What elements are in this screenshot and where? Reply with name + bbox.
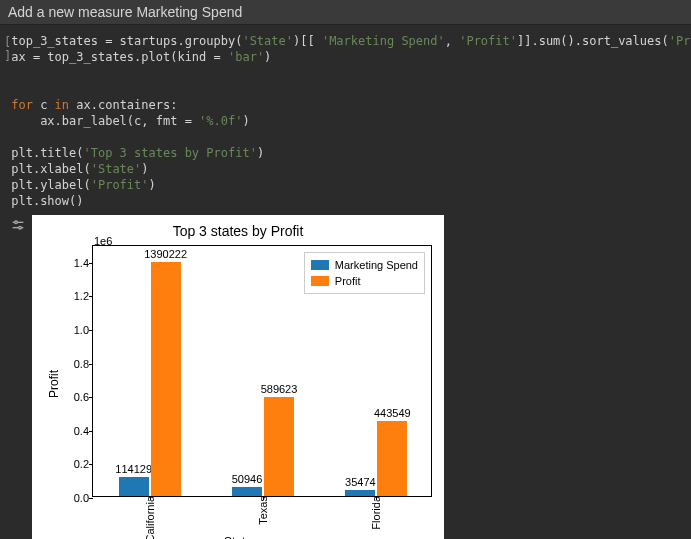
code-text: top_3_states = startups.groupby( (11, 34, 242, 48)
bar-profit (151, 262, 181, 496)
code-cell[interactable]: [ ] top_3_states = startups.groupby('Sta… (0, 25, 691, 211)
bar-value-label: 35474 (345, 476, 376, 488)
cell-prompt: [ ] (4, 33, 11, 209)
code-text: ax.containers: (69, 98, 177, 112)
plot-area: Marketing Spend Profit 0.00.20.40.60.81.… (92, 245, 432, 497)
code-text: , (445, 34, 459, 48)
bar-marketing-spend (119, 477, 149, 496)
bar-value-label: 589623 (261, 383, 298, 395)
code-string: 'Profit' (91, 178, 149, 192)
code-keyword: for (11, 98, 33, 112)
x-tick-label: Florida (370, 496, 382, 536)
y-tick: 0.8 (61, 358, 89, 370)
code-string: 'State' (242, 34, 293, 48)
header-title: Add a new measure Marketing Spend (0, 0, 691, 25)
code-text: ) (264, 50, 271, 64)
x-tick-label: California (144, 496, 156, 539)
code-text: plt.xlabel( (11, 162, 90, 176)
bar-value-label: 114129 (115, 463, 152, 475)
y-tick: 0.4 (61, 425, 89, 437)
bar-value-label: 443549 (374, 407, 411, 419)
bar-value-label: 1390222 (144, 248, 187, 260)
y-axis-label: Profit (47, 370, 61, 398)
legend-item: Marketing Spend (311, 257, 418, 273)
code-string: 'Top 3 states by Profit' (83, 146, 256, 160)
legend-item: Profit (311, 273, 418, 289)
legend-label: Profit (335, 273, 361, 289)
y-tick: 0.2 (61, 458, 89, 470)
bar-profit (264, 397, 294, 496)
legend-swatch-orange (311, 276, 329, 286)
code-string: 'State' (91, 162, 142, 176)
bar-value-label: 50946 (232, 473, 263, 485)
code-text: plt.title( (11, 146, 83, 160)
chart-legend: Marketing Spend Profit (304, 252, 425, 294)
settings-icon[interactable] (10, 217, 26, 233)
code-text: )[[ (293, 34, 322, 48)
bar-marketing-spend (232, 487, 262, 496)
code-text: ) (257, 146, 264, 160)
y-tick: 0.0 (61, 492, 89, 504)
y-tick: 1.4 (61, 257, 89, 269)
code-string: 'Marketing Spend' (322, 34, 445, 48)
chart-output: Top 3 states by Profit 1e6 Profit State … (32, 215, 444, 539)
y-tick: 1.0 (61, 324, 89, 336)
code-text: ) (149, 178, 156, 192)
code-editor[interactable]: top_3_states = startups.groupby('State')… (11, 33, 691, 209)
code-string: 'Profit' (459, 34, 517, 48)
y-tick: 0.6 (61, 391, 89, 403)
code-text: ]].sum().sort_values( (517, 34, 669, 48)
code-keyword: in (55, 98, 69, 112)
code-text: ax.bar_label(c, fmt = (11, 114, 199, 128)
code-text: ) (141, 162, 148, 176)
output-row: Top 3 states by Profit 1e6 Profit State … (0, 211, 691, 539)
x-axis-label: State (32, 535, 444, 539)
bar-profit (377, 421, 407, 496)
code-text: plt.ylabel( (11, 178, 90, 192)
svg-point-3 (19, 226, 22, 229)
code-string: 'Profit' (669, 34, 691, 48)
legend-label: Marketing Spend (335, 257, 418, 273)
code-text: ) (242, 114, 249, 128)
y-tick: 1.2 (61, 290, 89, 302)
output-gutter (4, 215, 32, 539)
code-text: ax = top_3_states.plot(kind = (11, 50, 228, 64)
x-tick-label: Texas (257, 496, 269, 531)
code-text: plt.show() (11, 194, 83, 208)
code-string: '%.0f' (199, 114, 242, 128)
code-string: 'bar' (228, 50, 264, 64)
legend-swatch-blue (311, 260, 329, 270)
code-text: c (33, 98, 55, 112)
svg-point-2 (15, 221, 18, 224)
